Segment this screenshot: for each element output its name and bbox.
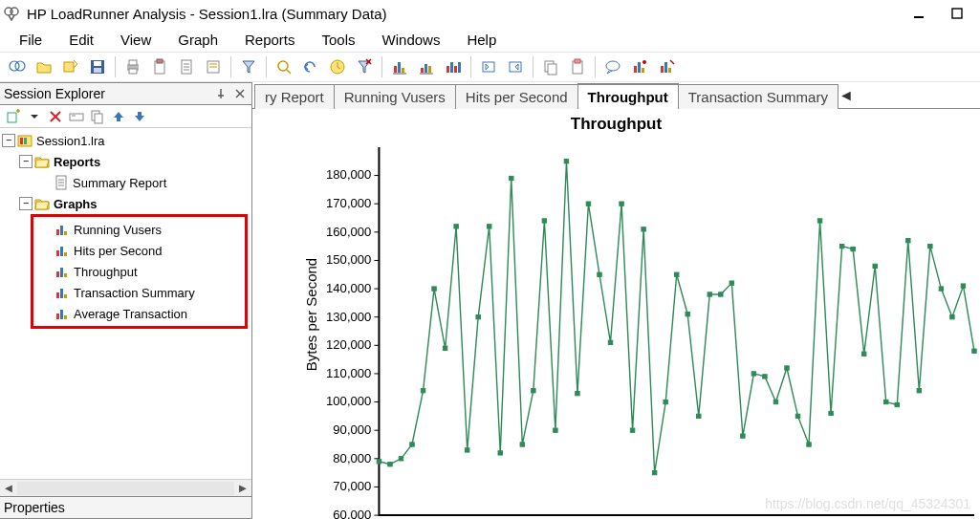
page-icon[interactable]	[174, 54, 199, 79]
svg-rect-64	[64, 294, 67, 298]
svg-rect-115	[608, 340, 612, 344]
scroll-right-icon[interactable]: ►	[234, 480, 251, 497]
duplicate-icon[interactable]	[88, 107, 107, 126]
scroll-left-icon[interactable]: ◄	[0, 480, 17, 497]
svg-rect-40	[661, 66, 664, 73]
new-session-icon[interactable]	[5, 54, 30, 79]
move-down-icon[interactable]	[130, 107, 149, 126]
tab-throughput[interactable]: Throughput	[577, 83, 679, 109]
pin-icon[interactable]	[213, 86, 229, 101]
svg-rect-54	[60, 226, 63, 235]
session-tree[interactable]: − Session1.lra − Reports Summary Report	[0, 128, 251, 479]
tree-graph-item[interactable]: Hits per Second	[33, 240, 245, 261]
svg-rect-114	[598, 272, 601, 276]
menu-file[interactable]: File	[6, 29, 55, 51]
menu-windows[interactable]: Windows	[369, 29, 454, 51]
chart1-icon[interactable]	[387, 54, 412, 79]
tab-hits-per-second[interactable]: Hits per Second	[455, 84, 578, 109]
tree-graph-item[interactable]: Throughput	[33, 261, 245, 282]
collapse-icon[interactable]: −	[19, 197, 33, 210]
clipboard-icon[interactable]	[147, 54, 172, 79]
tree-reports[interactable]: − Reports	[2, 151, 251, 172]
menu-reports[interactable]: Reports	[231, 29, 309, 51]
session-explorer-header: Session Explorer	[0, 82, 251, 105]
tree-root-label: Session1.lra	[36, 134, 105, 148]
svg-rect-136	[839, 244, 843, 248]
delete-icon[interactable]	[46, 107, 65, 126]
tab-transaction-summary[interactable]: Transaction Summary	[678, 84, 838, 109]
cross-results-icon[interactable]	[58, 54, 83, 79]
svg-rect-22	[421, 68, 424, 73]
collapse-icon[interactable]: −	[19, 155, 33, 168]
svg-rect-123	[697, 414, 701, 418]
scroll-track[interactable]	[17, 482, 234, 495]
svg-rect-110	[554, 428, 557, 432]
menu-edit[interactable]: Edit	[55, 29, 107, 51]
analysis-icon[interactable]	[654, 54, 679, 79]
tree-graphs[interactable]: − Graphs	[2, 193, 251, 214]
open-folder-icon[interactable]	[32, 54, 56, 79]
collapse-icon[interactable]: −	[2, 134, 15, 147]
close-panel-icon[interactable]	[232, 86, 248, 101]
tree-summary-report[interactable]: Summary Report	[2, 172, 251, 193]
add-item-icon[interactable]	[4, 107, 23, 126]
tree-graph-item[interactable]: Average Transaction	[33, 303, 245, 324]
data-chart-icon[interactable]	[627, 54, 652, 79]
graph-label: Throughput	[74, 265, 138, 279]
chart-plot[interactable]: 60,00070,00080,00090,000100,000110,00012…	[323, 143, 978, 519]
menu-help[interactable]: Help	[453, 29, 510, 51]
filter-icon[interactable]	[236, 54, 261, 79]
paste-icon[interactable]	[565, 54, 590, 79]
svg-rect-20	[398, 62, 401, 73]
svg-rect-9	[94, 68, 101, 73]
svg-text:150,000: 150,000	[326, 253, 371, 268]
minimize-button[interactable]	[900, 2, 938, 25]
svg-rect-44	[70, 114, 83, 120]
chart2-icon[interactable]	[414, 54, 439, 79]
move-up-icon[interactable]	[109, 107, 128, 126]
svg-rect-116	[620, 202, 623, 205]
body: Session Explorer − Session1.lra	[0, 82, 980, 519]
tree-graph-item[interactable]: Running Vusers	[33, 219, 245, 240]
nav-last-icon[interactable]	[503, 54, 528, 79]
comment-icon[interactable]	[600, 54, 625, 79]
properties-header[interactable]: Properties	[0, 496, 251, 519]
svg-rect-95	[388, 463, 392, 466]
svg-rect-61	[64, 273, 67, 277]
tree-root[interactable]: − Session1.lra	[2, 130, 251, 151]
nav-first-icon[interactable]	[476, 54, 501, 79]
svg-rect-34	[575, 59, 580, 63]
print-icon[interactable]	[120, 54, 145, 79]
undo-icon[interactable]	[298, 54, 323, 79]
save-icon[interactable]	[85, 54, 110, 79]
svg-point-4	[10, 61, 19, 71]
menu-view[interactable]: View	[107, 29, 164, 51]
main-area: ry Report Running Vusers Hits per Second…	[252, 82, 980, 519]
tab-scroll-left-icon[interactable]: ◄	[838, 87, 855, 104]
time-icon[interactable]	[325, 54, 350, 79]
copy-icon[interactable]	[538, 54, 563, 79]
report-icon[interactable]	[201, 54, 226, 79]
svg-rect-108	[532, 389, 535, 393]
app-logo-icon	[4, 5, 21, 22]
tree-scrollbar[interactable]: ◄ ►	[0, 479, 251, 496]
svg-rect-37	[638, 62, 641, 73]
tab-running-vusers[interactable]: Running Vusers	[334, 84, 456, 109]
menu-tools[interactable]: Tools	[309, 29, 369, 51]
merge-chart-icon[interactable]	[441, 54, 466, 79]
menu-graph[interactable]: Graph	[164, 29, 231, 51]
svg-rect-32	[548, 64, 556, 75]
svg-text:90,000: 90,000	[333, 422, 371, 437]
rename-icon[interactable]	[67, 107, 86, 126]
zoom-icon[interactable]	[272, 54, 296, 79]
svg-rect-55	[64, 231, 67, 235]
tree-graph-item[interactable]: Transaction Summary	[33, 282, 245, 303]
svg-rect-38	[642, 68, 644, 73]
svg-text:110,000: 110,000	[326, 366, 371, 380]
dropdown-icon[interactable]	[25, 107, 44, 126]
svg-text:140,000: 140,000	[326, 281, 371, 295]
svg-rect-113	[586, 202, 590, 205]
maximize-button[interactable]	[938, 2, 976, 25]
remove-filter-icon[interactable]	[352, 54, 377, 79]
tab-summary-report[interactable]: ry Report	[254, 84, 335, 109]
